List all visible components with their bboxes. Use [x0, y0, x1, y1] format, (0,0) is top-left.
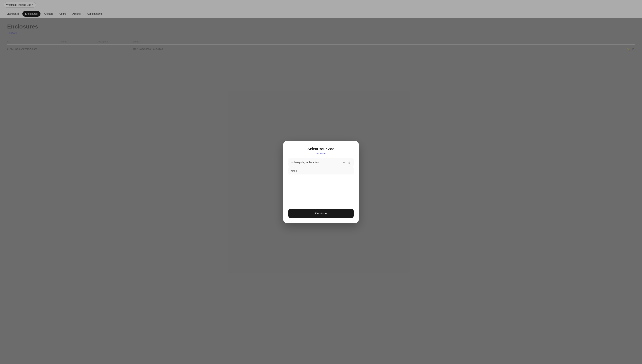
zoo-item-label-none: None: [291, 170, 297, 172]
zoo-item-actions: ✏ 🗑: [343, 160, 351, 164]
modal-spacer: [288, 179, 354, 208]
select-zoo-modal: Select Your Zoo + Create Indianapolis, I…: [284, 141, 358, 223]
zoo-item-label-indianapolis: Indianapolis, Indiana Zoo: [291, 161, 319, 164]
zoo-list-item-none[interactable]: None: [288, 167, 354, 174]
continue-button[interactable]: Continue: [288, 209, 354, 218]
modal-create-link[interactable]: + Create: [288, 152, 354, 155]
zoo-list-item-indianapolis[interactable]: Indianapolis, Indiana Zoo ✏ 🗑: [288, 158, 354, 166]
edit-zoo-button[interactable]: ✏: [343, 160, 346, 164]
modal-overlay: Select Your Zoo + Create Indianapolis, I…: [0, 0, 642, 364]
zoo-list: Indianapolis, Indiana Zoo ✏ 🗑 None: [288, 158, 354, 174]
delete-zoo-button[interactable]: 🗑: [348, 160, 351, 164]
modal-title: Select Your Zoo: [288, 147, 354, 151]
